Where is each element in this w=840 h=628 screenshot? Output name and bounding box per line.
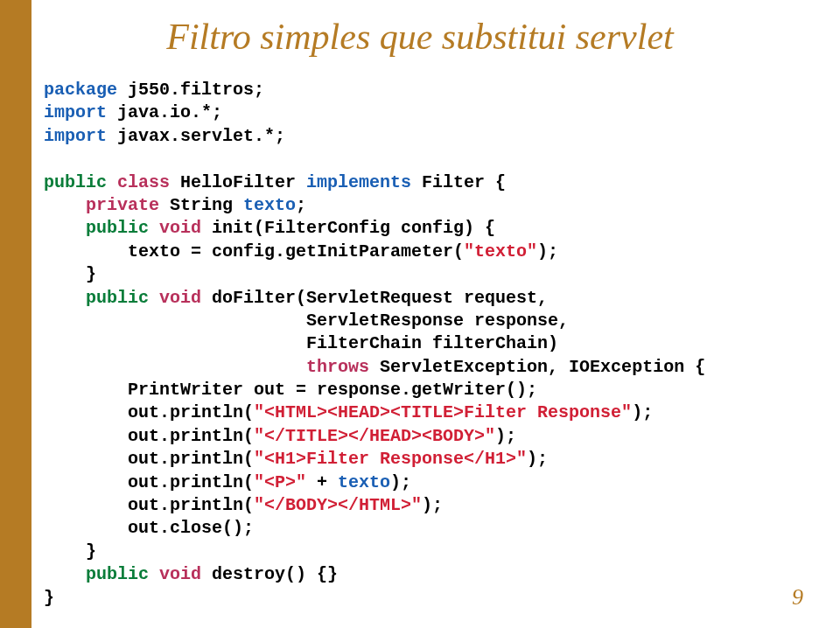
ident: texto [243,195,296,215]
code-block: package j550.filtros; import java.io.*; … [44,79,796,610]
slide-title: Filtro simples que substitui servlet [44,16,796,58]
code-text: out.println( [44,495,254,515]
string-literal: "<H1>Filter Response</H1>" [254,449,527,469]
code-text: out.close(); [44,518,254,538]
code-text: out.println( [44,472,254,492]
code-text: java.io.*; [117,102,222,122]
code-text: ); [537,241,558,262]
code-text: ); [632,402,653,422]
code-text: HelloFilter [180,172,306,192]
code-text: + [317,472,338,492]
kw-void: void [159,288,212,308]
code-text: ServletResponse response, [44,311,569,331]
kw-public: public [86,218,159,238]
code-text: } [44,264,96,284]
code-text: Filter { [422,172,506,192]
code-text: PrintWriter out = response.getWriter(); [44,380,537,400]
kw-throws: throws [306,357,380,377]
code-text: out.println( [44,449,254,469]
code-text: ; [296,195,306,215]
code-text: ServletException, IOException { [380,357,705,377]
code-text: ); [422,495,443,515]
code-text: FilterChain filterChain) [44,333,558,353]
code-text: ); [390,472,411,492]
accent-bar [0,0,32,628]
code-text: out.println( [44,426,254,446]
indent [44,218,86,238]
code-text: ); [495,426,516,446]
string-literal: "</TITLE></HEAD><BODY>" [254,426,495,446]
kw-import: import [44,102,117,122]
indent [44,564,86,584]
kw-implements: implements [306,172,422,192]
kw-private: private [86,195,170,215]
code-text: String [170,195,243,215]
indent [44,195,86,215]
code-text: } [44,588,54,608]
code-text: destroy() {} [212,564,338,584]
string-literal: "</BODY></HTML>" [254,495,422,515]
code-text: ); [527,449,548,469]
code-text: out.println( [44,402,254,422]
string-literal: "texto" [464,241,537,262]
code-text: doFilter(ServletRequest request, [212,288,548,308]
kw-void: void [159,218,212,238]
code-text: texto = config.getInitParameter( [44,241,464,262]
slide: Filtro simples que substitui servlet pac… [0,0,840,628]
kw-class: class [117,172,180,192]
string-literal: "<P>" [254,472,317,492]
ident: texto [338,472,390,492]
code-text: init(FilterConfig config) { [212,218,495,238]
page-number: 9 [792,584,803,611]
kw-package: package [44,80,128,100]
kw-void: void [159,564,212,584]
code-text: } [44,541,96,562]
string-literal: "<HTML><HEAD><TITLE>Filter Response" [254,402,632,422]
kw-public: public [86,564,159,584]
kw-import: import [44,126,117,146]
kw-public: public [44,172,117,192]
indent [44,288,86,308]
code-text: j550.filtros; [128,80,264,100]
kw-public: public [86,288,159,308]
indent [44,357,306,377]
code-text: javax.servlet.*; [117,126,285,146]
